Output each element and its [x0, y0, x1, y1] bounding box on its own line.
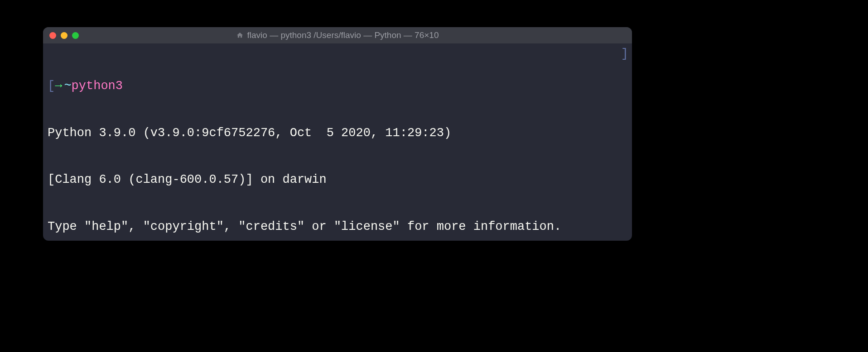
- prompt-arrow: →: [55, 78, 62, 94]
- shell-prompt-line: [→ ~ python3: [48, 78, 627, 94]
- home-icon: [236, 32, 244, 39]
- traffic-lights: [49, 32, 79, 39]
- prompt-bracket-close: ]: [621, 47, 628, 61]
- maximize-button[interactable]: [72, 32, 79, 39]
- python-help-line: Type "help", "copyright", "credits" or "…: [48, 219, 627, 235]
- prompt-tilde: ~: [64, 78, 71, 94]
- terminal-window[interactable]: flavio — python3 /Users/flavio — Python …: [43, 27, 632, 241]
- window-title: flavio — python3 /Users/flavio — Python …: [236, 30, 439, 40]
- title-bar[interactable]: flavio — python3 /Users/flavio — Python …: [43, 27, 632, 43]
- minimize-button[interactable]: [61, 32, 68, 39]
- python-version-line: Python 3.9.0 (v3.9.0:9cf6752276, Oct 5 2…: [48, 125, 627, 141]
- prompt-bracket-open: [: [48, 78, 55, 94]
- terminal-body[interactable]: [→ ~ python3 Python 3.9.0 (v3.9.0:9cf675…: [43, 43, 632, 241]
- prompt-command: python3: [72, 78, 123, 94]
- close-button[interactable]: [49, 32, 56, 39]
- window-title-text: flavio — python3 /Users/flavio — Python …: [247, 30, 439, 40]
- python-compiler-line: [Clang 6.0 (clang-600.0.57)] on darwin: [48, 172, 627, 188]
